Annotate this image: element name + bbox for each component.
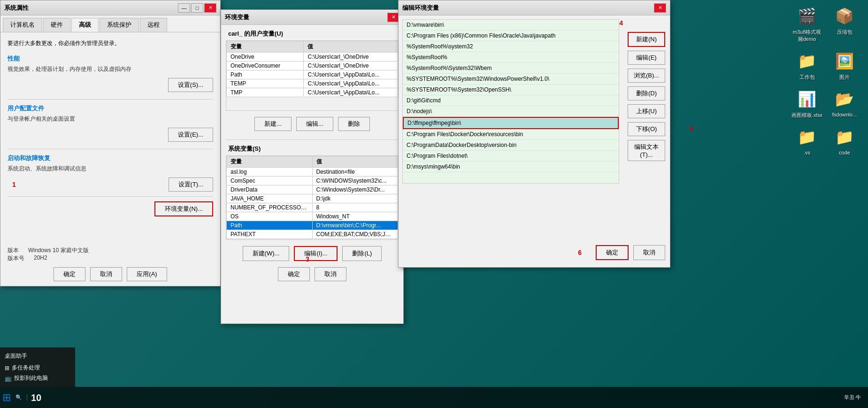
performance-desc: 视觉效果，处理器计划，内存使用，以及虚拟内存	[8, 65, 213, 73]
assistant-label: 桌面助手	[5, 352, 70, 360]
tab-computer-name[interactable]: 计算机名	[3, 18, 42, 32]
path-list[interactable]: D:\vmware\bin\C:\Program Files (x86)\Com…	[402, 19, 619, 184]
desktop-assistant-panel: 桌面助手 ⊞ 多任务处理 📺 投影到此电脑	[0, 347, 75, 387]
user-var-row[interactable]: PathC:\Users\carl_\AppData\Lo...	[227, 70, 398, 79]
user-var-value: C:\Users\carl_\OneDrive	[304, 53, 398, 62]
taskbar: ⊞ 🔍 10 辛丑·牛	[0, 387, 868, 408]
taskbar-date: 辛丑·牛	[844, 394, 861, 401]
multitask-item[interactable]: ⊞ 多任务处理	[5, 364, 70, 372]
desktop-icon-compress[interactable]: 📦 压缩包	[828, 5, 861, 43]
sys-edit-button[interactable]: 编辑(I)...	[294, 246, 338, 261]
maximize-button[interactable]: □	[191, 3, 203, 13]
divider-2	[8, 149, 213, 149]
user-edit-button[interactable]: 编辑...	[296, 117, 333, 131]
user-var-row[interactable]: TEMPC:\Users\carl_\AppData\Lo...	[227, 79, 398, 88]
path-list-item[interactable]: D:\nodejs\	[403, 106, 619, 117]
path-list-item[interactable]: C:\Program Files\Docker\Docker\resources…	[403, 129, 619, 140]
desktop-icons-area: 🎬 m3u8格式视频demo 📦 压缩包 📁 工作包 🖼️ 图片 📊 画图模板.…	[788, 5, 863, 155]
path-list-item[interactable]: %SYSTEMROOT%\System32\OpenSSH\	[403, 85, 619, 95]
sys-var-row[interactable]: OSWindows_NT	[227, 212, 398, 221]
path-list-item[interactable]: C:\Program Files\dotnet\	[403, 151, 619, 162]
edit-env-ok-button[interactable]: 确定	[596, 245, 629, 260]
path-list-item[interactable]: C:\ProgramData\DockerDesktop\version-bin	[403, 140, 619, 151]
user-var-row[interactable]: OneDriveC:\Users\carl_\OneDrive	[227, 53, 398, 62]
edit-env-cancel-button[interactable]: 取消	[633, 245, 665, 260]
user-var-name: TEMP	[227, 79, 304, 88]
sys-vars-container[interactable]: 变量 值 asl.logDestination=fileComSpecC:\WI…	[226, 155, 399, 240]
user-var-row[interactable]: OneDriveConsumerC:\Users\carl_\OneDrive	[227, 62, 398, 70]
tab-hardware[interactable]: 硬件	[43, 18, 70, 32]
sys-var-row[interactable]: JAVA_HOMED:\jdk	[227, 194, 398, 203]
sys-var-row[interactable]: PathD:\vmware\bin\;C:\Progr...	[227, 221, 398, 230]
user-delete-button[interactable]: 删除	[338, 117, 370, 131]
edit-env-new-button[interactable]: 新建(N)	[628, 32, 665, 47]
taskbar-search[interactable]: 🔍	[11, 394, 27, 400]
edit-env-edit-text-button[interactable]: 编辑文本(T)...	[628, 140, 665, 161]
m3u8-icon: 🎬	[796, 5, 818, 27]
edit-env-browse-button[interactable]: 浏览(B)...	[628, 69, 665, 83]
sys-new-button[interactable]: 新建(W)...	[243, 246, 290, 261]
sys-var-value: C:\Windows\System32\Dr...	[312, 185, 398, 194]
user-profile-settings-button[interactable]: 设置(E)...	[168, 128, 213, 142]
startup-recovery-desc: 系统启动、系统故障和调试信息	[8, 165, 213, 173]
user-var-row[interactable]: TMPC:\Users\carl_\AppData\Lo...	[227, 88, 398, 97]
env-vars-window: 环境变量 ✕ carl_ 的用户变量(U) 变量 值 OneDriveC:\Us…	[221, 9, 404, 324]
sys-var-row[interactable]: ComSpecC:\WINDOWS\system32\c...	[227, 177, 398, 185]
path-list-item[interactable]: D:\git\Git\cmd	[403, 95, 619, 106]
path-list-container[interactable]: D:\vmware\bin\C:\Program Files (x86)\Com…	[402, 19, 619, 184]
sys-var-row[interactable]: PATHEXTCOM;EXE;BAT;CMD;VBS;JSE;...	[227, 230, 398, 239]
annotation-3: 3	[306, 255, 309, 263]
performance-settings-button[interactable]: 设置(S)...	[168, 78, 213, 92]
system-props-cancel-button[interactable]: 取消	[90, 267, 122, 281]
tab-system-protection[interactable]: 系统保护	[100, 18, 139, 32]
edit-env-close-button[interactable]: ✕	[654, 3, 666, 13]
fsdownload-icon: 📂	[833, 88, 856, 110]
minimize-button[interactable]: —	[178, 3, 190, 13]
excel-icon: 📊	[796, 88, 818, 110]
edit-env-content: 4 D:\vmware\bin\C:\Program Files (x86)\C…	[399, 15, 670, 187]
sys-var-row[interactable]: NUMBER_OF_PROCESSORS8	[227, 203, 398, 212]
edit-env-delete-button[interactable]: 删除(D)	[628, 86, 665, 100]
desktop-icon-workbag[interactable]: 📁 工作包	[791, 50, 823, 81]
path-list-item[interactable]: %SYSTEMROOT%\System32\WindowsPowerShell\…	[403, 74, 619, 85]
taskbar-win10-num: 10	[27, 392, 45, 404]
tab-advanced[interactable]: 高级	[71, 18, 99, 32]
projection-icon: 📺	[5, 375, 12, 382]
startup-recovery-settings-button[interactable]: 设置(T)...	[169, 177, 213, 192]
edit-env-move-up-button[interactable]: 上移(U)	[628, 104, 665, 118]
system-props-apply-button[interactable]: 应用(A)	[127, 267, 167, 281]
env-ok-button[interactable]: 确定	[278, 267, 310, 281]
path-list-item[interactable]: D:\msys\mingw64\bin	[403, 162, 619, 172]
user-vars-container[interactable]: 变量 值 OneDriveC:\Users\carl_\OneDriveOneD…	[226, 40, 399, 111]
tab-remote[interactable]: 远程	[140, 18, 167, 32]
desktop-icon-m3u8[interactable]: 🎬 m3u8格式视频demo	[791, 5, 823, 43]
env-vars-button[interactable]: 环境变量(N)...	[154, 201, 213, 216]
path-list-item[interactable]: %SystemRoot%\system32	[403, 41, 619, 52]
user-vars-table: 变量 值 OneDriveC:\Users\carl_\OneDriveOneD…	[226, 41, 398, 97]
desktop-icon-fsdownload[interactable]: 📂 fsdownlo...	[828, 88, 861, 119]
path-list-item[interactable]: %SystemRoot%	[403, 52, 619, 63]
user-new-button[interactable]: 新建...	[254, 117, 292, 131]
sys-var-row[interactable]: asl.logDestination=file	[227, 168, 398, 177]
start-button[interactable]: ⊞	[2, 392, 11, 404]
projection-item[interactable]: 📺 投影到此电脑	[5, 374, 70, 382]
edit-env-edit-button[interactable]: 编辑(E)	[628, 51, 665, 65]
desktop-icon-pictures[interactable]: 🖼️ 图片	[828, 50, 861, 81]
env-cancel-button[interactable]: 取消	[315, 267, 346, 281]
close-button[interactable]: ✕	[204, 3, 216, 13]
desktop-icon-excel[interactable]: 📊 画图模板.xlsx	[791, 88, 823, 119]
sys-var-row[interactable]: DriverDataC:\Windows\System32\Dr...	[227, 185, 398, 194]
build-value: 20H2	[34, 254, 47, 262]
sys-delete-button[interactable]: 删除(L)	[342, 246, 382, 261]
path-list-item[interactable]: D:\ffmpeg\ffmpeg\bin\	[403, 117, 619, 129]
desktop-icon-vs[interactable]: 📁 .vs	[791, 126, 823, 155]
path-list-item[interactable]: %SystemRoot%\System32\Wbem	[403, 63, 619, 74]
desktop-icon-code[interactable]: 📁 code	[828, 126, 861, 155]
annotation-4: 4	[619, 19, 623, 27]
system-props-ok-button[interactable]: 确定	[54, 267, 85, 281]
annotation-1: 1	[12, 181, 16, 188]
edit-env-move-down-button[interactable]: 下移(O)	[628, 122, 665, 136]
edit-env-title: 编辑环境变量	[402, 4, 654, 12]
path-list-item[interactable]: C:\Program Files (x86)\Common Files\Orac…	[403, 31, 619, 41]
path-list-item[interactable]: D:\vmware\bin\	[403, 20, 619, 31]
